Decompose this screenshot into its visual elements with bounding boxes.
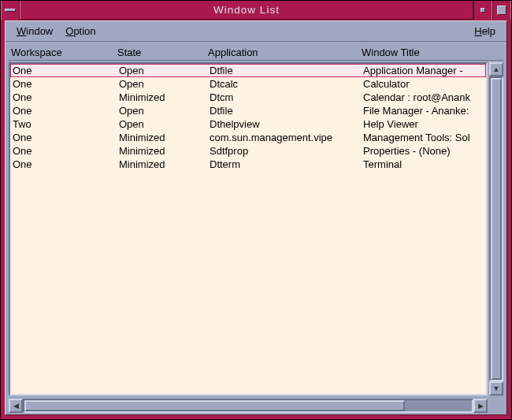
scroll-down-button[interactable]: [489, 381, 503, 396]
cell-window-title: Properties - (None): [363, 145, 486, 157]
cell-application: com.sun.management.vipe: [210, 132, 363, 143]
cell-window-title: File Manager - Ananke:: [363, 105, 486, 117]
scroll-up-button[interactable]: [489, 62, 503, 76]
arrow-up-icon: [493, 65, 500, 73]
table-row[interactable]: TwoOpenDthelpviewHelp Viewer: [10, 117, 486, 131]
cell-workspace: Two: [13, 118, 119, 130]
cell-application: Dtcm: [210, 91, 363, 103]
cell-window-title: Management Tools: Sol: [363, 132, 486, 143]
header-window-title[interactable]: Window Title: [362, 46, 503, 58]
table-row[interactable]: OneMinimizedSdtfpropProperties - (None): [10, 144, 486, 158]
cell-state: Minimized: [119, 145, 210, 157]
minimize-button[interactable]: [473, 1, 492, 20]
table-row[interactable]: OneMinimizedDttermTerminal: [10, 158, 486, 171]
cell-state: Minimized: [119, 158, 210, 170]
scroll-right-button[interactable]: [473, 399, 488, 413]
scroll-left-button[interactable]: [9, 399, 23, 413]
header-state[interactable]: State: [117, 46, 208, 58]
cell-state: Open: [119, 65, 210, 76]
table-row[interactable]: OneOpenDtcalcCalculator: [10, 77, 486, 91]
cell-window-title: Terminal: [363, 158, 486, 170]
header-workspace[interactable]: Workspace: [11, 46, 117, 58]
cell-workspace: One: [13, 105, 119, 117]
titlebar[interactable]: Window List: [1, 1, 511, 20]
menu-option[interactable]: Option: [59, 23, 102, 39]
cell-application: Sdtfprop: [210, 145, 363, 157]
client-area: Window Option Help Workspace State Appli…: [5, 20, 507, 415]
menubar: Window Option Help: [6, 21, 506, 42]
window-title: Window List: [20, 1, 473, 19]
cell-state: Open: [119, 118, 210, 130]
content-area: Workspace State Application Window Title…: [6, 42, 506, 414]
cell-window-title: Application Manager -: [363, 65, 486, 76]
cell-state: Open: [119, 78, 210, 90]
cell-application: Dthelpview: [210, 118, 363, 130]
cell-application: Dtcalc: [210, 78, 363, 90]
window-list[interactable]: OneOpenDtfileApplication Manager -OneOpe…: [9, 62, 488, 396]
maximize-button[interactable]: [492, 1, 511, 20]
table-row[interactable]: OneMinimizedcom.sun.management.vipeManag…: [10, 131, 486, 144]
cell-state: Open: [119, 105, 210, 117]
column-headers: Workspace State Application Window Title: [9, 45, 503, 61]
cell-state: Minimized: [119, 132, 210, 143]
cell-application: Dtfile: [210, 65, 363, 76]
cell-state: Minimized: [119, 91, 210, 103]
cell-workspace: One: [13, 91, 119, 103]
cell-window-title: Calendar : root@Anank: [363, 91, 486, 103]
table-row[interactable]: OneOpenDtfileApplication Manager -: [10, 64, 486, 77]
hscroll-thumb[interactable]: [24, 400, 405, 411]
vertical-scrollbar[interactable]: [489, 62, 503, 396]
arrow-right-icon: [478, 402, 484, 410]
vscroll-track[interactable]: [489, 76, 503, 381]
table-row[interactable]: OneMinimizedDtcmCalendar : root@Anank: [10, 91, 486, 104]
horizontal-scrollbar[interactable]: [9, 399, 488, 413]
cell-window-title: Help Viewer: [363, 118, 486, 130]
cell-workspace: One: [13, 145, 119, 157]
menu-window[interactable]: Window: [10, 23, 59, 39]
header-application[interactable]: Application: [208, 46, 362, 58]
cell-window-title: Calculator: [363, 78, 486, 90]
cell-application: Dtfile: [210, 105, 363, 117]
cell-application: Dtterm: [210, 158, 363, 170]
cell-workspace: One: [13, 158, 119, 170]
hscroll-track[interactable]: [23, 399, 473, 413]
window-frame: Window List Window Option Help Workspace…: [0, 0, 512, 420]
vscroll-thumb[interactable]: [491, 78, 502, 380]
arrow-down-icon: [493, 385, 500, 392]
cell-workspace: One: [13, 78, 119, 90]
arrow-left-icon: [13, 402, 19, 410]
menu-help[interactable]: Help: [468, 23, 502, 39]
window-menu-button[interactable]: [1, 1, 20, 20]
table-row[interactable]: OneOpenDtfileFile Manager - Ananke:: [10, 104, 486, 117]
cell-workspace: One: [13, 132, 119, 143]
cell-workspace: One: [13, 65, 119, 76]
